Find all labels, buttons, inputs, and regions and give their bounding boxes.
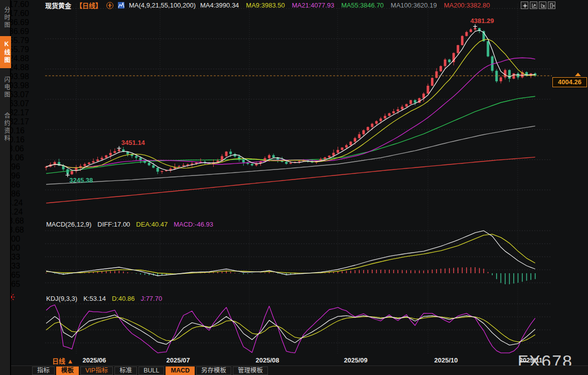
toolbar-tab-管理模板[interactable]: 管理模板 — [233, 366, 268, 375]
last-price-value: 4004.26 — [558, 78, 581, 86]
trading-app: 现货黄金 【日线】 MA(4,9,21,55,100,200) MA4:3990… — [0, 0, 588, 375]
toolbar-tab-指标[interactable]: 指标 — [32, 366, 55, 375]
macd-title: MACD(26,12,9) — [46, 221, 91, 228]
x-axis-month-label: 2025/10 — [434, 356, 458, 364]
sidebar-item-分时图[interactable]: 分时图 — [0, 2, 11, 33]
shift-axis-icon[interactable] — [539, 2, 546, 9]
high-price-annotation: 4381.29 — [471, 17, 494, 25]
crosshair-icon[interactable] — [521, 2, 528, 9]
ma-value: MA200:3382.80 — [444, 2, 490, 9]
macd-diff-value: DIFF:17.00 — [97, 221, 130, 228]
ma-value: MA100:3620.19 — [391, 2, 437, 9]
link-plus-icon[interactable] — [106, 2, 113, 9]
x-axis-month-label: 2025/08 — [256, 356, 279, 364]
chart-header: 现货黄金 【日线】 MA(4,9,21,55,100,200) MA4:3990… — [45, 1, 490, 10]
ma-value: MA4:3990.34 — [200, 2, 239, 9]
kdj-title: KDJ(9,3,3) — [46, 295, 77, 302]
kdj-d-value: D:40.86 — [112, 295, 135, 302]
chart-type-icon[interactable] — [118, 2, 124, 9]
toolbar-tab-标准[interactable]: 标准 — [114, 366, 137, 375]
toolbar-tab-另存模板[interactable]: 另存模板 — [196, 366, 231, 375]
sidebar-item-闪电图[interactable]: 闪电图 — [0, 71, 11, 103]
macd-header: MACD(26,12,9) DIFF:17.00 DEA:40.47 MACD:… — [46, 221, 213, 228]
ma-value: MA55:3846.70 — [341, 2, 384, 9]
symbol-name: 现货黄金 — [45, 1, 71, 10]
price-chart-canvas[interactable] — [0, 0, 588, 375]
kdj-header: KDJ(9,3,3) K:53.14 D:40.86 J:77.70 — [46, 295, 162, 302]
ma-values: MA4:3990.34MA9:3983.50MA21:4077.93MA55:3… — [200, 2, 490, 9]
header-tool-icons — [521, 2, 555, 9]
x-axis-month-label: 2025/06 — [83, 356, 106, 364]
ma-value: MA9:3983.50 — [246, 2, 284, 9]
period-tag[interactable]: 【日线】 — [76, 1, 102, 10]
sidebar-item-合约资料[interactable]: 合约资料 — [0, 106, 11, 148]
sidebar-item-K线图[interactable]: K线图 — [0, 36, 11, 68]
period-selector[interactable]: 日线 ▲ — [52, 356, 73, 365]
toolbar-tab-MACD[interactable]: MACD — [166, 366, 195, 375]
last-price-tag[interactable]: 4004.26 — [552, 77, 587, 87]
macd-dea-value: DEA:40.47 — [136, 221, 168, 228]
kdj-k-value: K:53.14 — [83, 295, 106, 302]
high-price-annotation: 3451.14 — [121, 139, 145, 146]
scale-axis-icon[interactable] — [530, 2, 537, 9]
x-axis-month-label: 2025/09 — [344, 356, 368, 364]
toolbar-tab-模板[interactable]: 模板 — [56, 366, 79, 375]
pane-expand-icon[interactable] — [548, 2, 555, 9]
ma-value: MA21:4077.93 — [292, 2, 335, 9]
left-sidebar: 分时图K线图闪电图合约资料 — [0, 0, 11, 375]
kdj-j-value: J:77.70 — [141, 295, 163, 302]
x-axis-month-label: 2025/07 — [167, 356, 190, 364]
ma-group-label: MA(4,9,21,55,100,200) — [129, 2, 196, 9]
toolbar-tab-BULL[interactable]: BULL — [138, 366, 164, 375]
low-price-annotation: 3245.38 — [69, 176, 93, 184]
bottom-toolbar: 指标模板VIP指标标准BULLMACD另存模板管理模板 — [11, 365, 588, 375]
macd-value: MACD:-46.93 — [174, 221, 213, 228]
toolbar-tab-VIP指标[interactable]: VIP指标 — [80, 366, 113, 375]
